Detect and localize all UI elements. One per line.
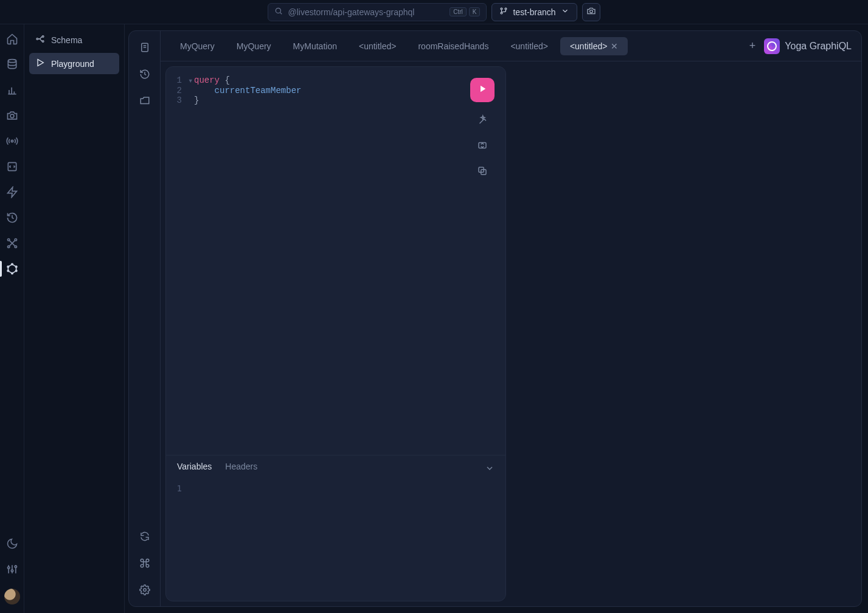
collapse-vars-button[interactable] <box>485 463 495 475</box>
global-search[interactable]: @livestorm/api-gateways-graphql Ctrl K <box>268 3 487 21</box>
app-root: @livestorm/api-gateways-graphql Ctrl K t… <box>0 0 868 613</box>
svg-line-1 <box>280 13 282 15</box>
sidebar-item-playground[interactable]: Playground <box>29 53 119 74</box>
svg-point-7 <box>10 114 14 118</box>
branch-icon <box>499 7 508 17</box>
fold-toggle[interactable]: ▾ <box>188 75 194 86</box>
vars-tab[interactable]: Variables <box>177 462 212 476</box>
tabs: MyQueryMyQueryMyMutation<untitled>roomRa… <box>170 37 741 55</box>
plus-icon: + <box>749 40 756 52</box>
sidebar-item-label: Playground <box>51 59 94 69</box>
chevron-down-icon <box>485 465 495 475</box>
svg-point-17 <box>15 266 16 268</box>
playground-rail <box>129 31 161 606</box>
shortcuts-button[interactable] <box>139 558 150 569</box>
code-content: currentTeamMember <box>194 86 301 95</box>
nav-broadcast[interactable] <box>6 135 18 147</box>
svg-marker-36 <box>481 86 485 92</box>
close-icon[interactable]: ✕ <box>611 41 618 51</box>
add-tab-button[interactable]: + <box>743 37 762 55</box>
svg-marker-10 <box>7 187 16 198</box>
line-number: 1 <box>166 483 188 493</box>
svg-point-5 <box>589 10 592 13</box>
vars-tab[interactable]: Headers <box>225 462 257 476</box>
line-number: 3 <box>166 95 188 105</box>
history-button[interactable] <box>139 69 150 80</box>
tab-label: MyQuery <box>237 41 271 51</box>
editor-panel: 1▾query {2 currentTeamMember3} <box>165 66 506 601</box>
svg-point-20 <box>7 270 9 272</box>
svg-point-12 <box>15 239 16 241</box>
svg-point-18 <box>15 270 16 272</box>
svg-point-4 <box>505 8 507 10</box>
tab[interactable]: <untitled> <box>501 37 558 55</box>
editor-toolbar <box>470 78 495 179</box>
variables-editor[interactable]: 1 <box>166 476 505 601</box>
docs-button[interactable] <box>139 42 150 53</box>
nav-media[interactable] <box>6 109 18 122</box>
copy-button[interactable] <box>477 165 488 179</box>
nav-analytics[interactable] <box>6 84 18 96</box>
query-editor[interactable]: 1▾query {2 currentTeamMember3} <box>166 67 505 455</box>
branch-selector[interactable]: test-branch <box>491 3 577 21</box>
svg-marker-31 <box>38 60 43 66</box>
refresh-button[interactable] <box>139 531 150 542</box>
svg-point-13 <box>7 246 9 248</box>
screenshot-button[interactable] <box>582 3 600 21</box>
kbd-ctrl: Ctrl <box>450 7 467 16</box>
run-button[interactable] <box>470 78 495 102</box>
svg-point-25 <box>7 567 9 569</box>
nav-energy[interactable] <box>6 186 18 198</box>
svg-marker-15 <box>8 265 16 274</box>
nav-code[interactable] <box>6 161 18 173</box>
fold-toggle <box>188 86 194 95</box>
secondary-nav: Schema Playground <box>24 24 125 613</box>
tabbar: MyQueryMyQueryMyMutation<untitled>roomRa… <box>161 31 861 61</box>
kbd-k: K <box>469 7 481 16</box>
svg-point-6 <box>8 60 16 63</box>
nav-database[interactable] <box>6 58 18 71</box>
nav-home[interactable] <box>6 33 18 45</box>
nav-connections[interactable] <box>6 237 18 249</box>
tab[interactable]: MyQuery <box>227 37 281 55</box>
body: Schema Playground <box>0 24 868 613</box>
variables-tabs: VariablesHeaders <box>177 462 257 476</box>
merge-button[interactable] <box>477 140 488 153</box>
svg-point-19 <box>11 272 13 274</box>
explorer-button[interactable] <box>139 95 150 106</box>
play-fill-icon <box>477 83 488 97</box>
topbar: @livestorm/api-gateways-graphql Ctrl K t… <box>0 0 868 24</box>
schema-icon <box>35 34 45 46</box>
sidebar-item-schema[interactable]: Schema <box>29 29 119 50</box>
playground-main: MyQueryMyQueryMyMutation<untitled>roomRa… <box>161 31 861 606</box>
prettify-button[interactable] <box>477 114 488 128</box>
nav-graphql[interactable] <box>6 263 18 275</box>
svg-point-11 <box>7 239 9 241</box>
tab[interactable]: <untitled>✕ <box>560 37 628 55</box>
result-panel <box>511 66 856 601</box>
svg-point-35 <box>143 589 146 592</box>
svg-point-8 <box>11 140 13 142</box>
chevron-down-icon <box>561 7 569 17</box>
tab-label: roomRaisedHands <box>418 41 488 51</box>
svg-point-21 <box>7 266 9 268</box>
editor-split: 1▾query {2 currentTeamMember3} <box>161 61 861 606</box>
stage: MyQueryMyQueryMyMutation<untitled>roomRa… <box>125 24 868 613</box>
tab[interactable]: MyMutation <box>283 37 347 55</box>
svg-point-27 <box>15 566 16 567</box>
nav-history[interactable] <box>6 212 18 224</box>
tab-label: MyMutation <box>293 41 337 51</box>
nav-theme[interactable] <box>6 538 18 550</box>
pg-settings-button[interactable] <box>139 584 150 595</box>
search-icon <box>274 7 283 17</box>
svg-point-29 <box>42 36 44 38</box>
svg-point-26 <box>11 570 13 572</box>
tab[interactable]: roomRaisedHands <box>408 37 498 55</box>
user-avatar[interactable] <box>4 589 20 604</box>
tab[interactable]: MyQuery <box>170 37 224 55</box>
nav-settings[interactable] <box>6 563 18 575</box>
code-content: } <box>194 95 199 105</box>
play-icon <box>35 58 45 69</box>
tab[interactable]: <untitled> <box>349 37 406 55</box>
tab-label: <untitled> <box>359 41 397 51</box>
